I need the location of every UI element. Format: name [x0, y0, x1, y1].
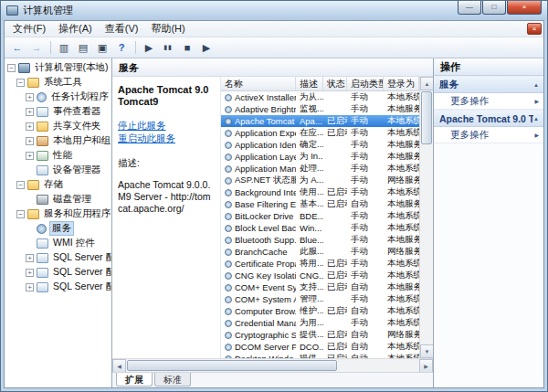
service-row[interactable]: Application Laye...为 In...手动本地服务 [221, 151, 419, 163]
service-row[interactable]: Apache Tomcat ...Apa...已启动手动本地系统 [221, 115, 419, 127]
service-row[interactable]: Block Level Back...Win...手动本地系统 [221, 222, 419, 234]
service-row[interactable]: BranchCache此服...手动网络服务 [221, 246, 419, 258]
console-close-button[interactable]: × [527, 23, 542, 35]
service-row[interactable]: BitLocker Drive ...BDE...手动本地系统 [221, 210, 419, 222]
service-row[interactable]: Certificate Propa...将用...已启动手动本地系统 [221, 258, 419, 270]
column-header-description[interactable]: 描述 [296, 77, 323, 90]
expander-plus-icon[interactable]: + [26, 254, 34, 262]
tree-item-disk-management[interactable]: 磁盘管理 [5, 192, 111, 207]
collapse-icon[interactable]: ▲ [533, 116, 539, 122]
service-row[interactable]: Base Filtering En...基本...已启动自动本地服务 [221, 198, 419, 210]
tree-item-sql-server-config-3[interactable]: +SQL Server 配置管理器 [5, 280, 111, 294]
tree-item-services-and-applications[interactable]: −服务和应用程序 [5, 207, 111, 221]
tab-standard[interactable]: 标准 [154, 373, 191, 387]
scroll-left-icon[interactable]: ◀ [112, 359, 126, 373]
service-row[interactable]: COM+ System A...管理...手动本地系统 [221, 293, 419, 305]
tree-item-performance[interactable]: +性能 [5, 148, 111, 163]
service-row[interactable]: Cryptographic S...提供...已启动自动网络服务 [221, 329, 419, 341]
service-row[interactable]: COM+ Event Sys...支持...已启动自动本地服务 [221, 281, 419, 293]
stop-service-link[interactable]: 停止此服务 [118, 119, 215, 132]
tree-item-services[interactable]: 服务 [5, 221, 111, 236]
menu-file[interactable]: 文件(F) [6, 20, 52, 37]
service-row[interactable]: Application Man...处理...手动本地系统 [221, 163, 419, 175]
column-header-status[interactable]: 状态 [323, 77, 347, 90]
tree-item-event-viewer[interactable]: +事件查看器 [5, 104, 111, 119]
service-row[interactable]: Credential Mana...为用...手动本地系统 [221, 317, 419, 329]
scroll-down-icon[interactable]: ▼ [420, 344, 433, 358]
pause-service-icon[interactable]: ▮▮ [159, 39, 177, 56]
scroll-right-icon[interactable]: ▶ [419, 359, 433, 373]
tree-item-shared-folders[interactable]: +共享文件夹 [5, 119, 111, 133]
tab-extended[interactable]: 扩展 [116, 373, 153, 387]
actions-section-services[interactable]: 服务 ▲ [434, 76, 543, 93]
column-header-name[interactable]: 名称 [221, 77, 296, 90]
expander-minus-icon[interactable]: − [16, 210, 25, 218]
service-description-cell: 使用... [296, 186, 323, 198]
expander-plus-icon[interactable]: + [26, 152, 34, 160]
back-arrow-icon[interactable]: ← [8, 39, 26, 56]
expander-minus-icon[interactable]: − [16, 181, 25, 189]
expander-plus-icon[interactable]: + [26, 108, 34, 116]
scroll-up-icon[interactable]: ▲ [420, 77, 433, 90]
service-status-cell [323, 91, 347, 103]
expander-plus-icon[interactable]: + [26, 93, 34, 101]
menu-help[interactable]: 帮助(H) [144, 20, 191, 37]
title-bar[interactable]: 计算机管理 — □ × [1, 1, 547, 20]
expander-plus-icon[interactable]: + [26, 269, 34, 277]
horizontal-scrollbar[interactable]: ◀ ▶ [112, 358, 433, 372]
tree-item-storage[interactable]: −存储 [5, 177, 111, 192]
service-row[interactable]: ASP.NET 状态服务为 A...手动网络服务 [221, 175, 419, 186]
tree-item-task-scheduler[interactable]: +任务计划程序 [5, 90, 111, 104]
menu-view[interactable]: 查看(V) [99, 20, 145, 37]
service-name-cell: CNG Key Isolation [221, 270, 296, 281]
maximize-button[interactable]: □ [482, 1, 506, 15]
forward-arrow-icon[interactable]: → [27, 39, 46, 56]
service-row[interactable]: Computer Brow...维护...已启动自动本地系统 [221, 305, 419, 317]
service-row[interactable]: ActiveX Installer ...为从...手动本地系统 [221, 91, 419, 103]
export-list-icon[interactable]: ▤ [74, 39, 92, 56]
tree-item-sql-server-config-1[interactable]: +SQL Server 配置管理器 [5, 250, 111, 265]
service-row[interactable]: Adaptive Brightn...监视...手动本地服务 [221, 103, 419, 115]
help-icon[interactable]: ? [112, 39, 131, 56]
expander-minus-icon[interactable]: − [7, 64, 16, 72]
service-row[interactable]: CNG Key IsolationCNG...已启动手动本地系统 [221, 270, 419, 281]
tree-item-wmi-control[interactable]: WMI 控件 [5, 236, 111, 250]
vertical-scroll-thumb[interactable] [421, 91, 432, 144]
more-actions-apache-tomcat[interactable]: 更多操作 ▶ [434, 127, 543, 143]
service-row[interactable]: Bluetooth Supp...Blue...手动本地服务 [221, 234, 419, 246]
properties-window-icon[interactable]: ▣ [93, 39, 111, 56]
tree-item-sql-server-config-2[interactable]: +SQL Server 配置管理器 [5, 265, 111, 280]
actions-section-apache-tomcat[interactable]: Apache Tomcat 9.0 Tomc... ▲ [434, 110, 543, 127]
column-header-startup-type[interactable]: 启动类型 [347, 77, 384, 90]
restart-service-link[interactable]: 重启动此服务 [118, 132, 215, 144]
tree-item-computer-management-local[interactable]: −计算机管理(本地) [5, 60, 111, 75]
collapse-icon[interactable]: ▲ [533, 82, 539, 88]
show-console-tree-icon[interactable]: ▥ [55, 39, 73, 56]
close-button[interactable]: × [507, 1, 542, 15]
start-service-icon[interactable]: ▶ [140, 39, 158, 56]
service-row[interactable]: Application Iden...确定...手动本地服务 [221, 139, 419, 151]
service-startup-type-cell: 手动 [347, 115, 384, 127]
vertical-scrollbar[interactable]: ▲ ▼ [419, 77, 433, 358]
more-actions-services[interactable]: 更多操作 ▶ [434, 93, 543, 110]
expander-minus-icon[interactable]: − [16, 79, 25, 87]
service-row[interactable]: Background Inte...使用...已启动手动本地系统 [221, 186, 419, 198]
service-description-cell: 支持... [296, 281, 323, 293]
service-row[interactable]: DCOM Server Pr...DCO...已启动自动本地系统 [221, 341, 419, 353]
tree-item-system-tools[interactable]: −系统工具 [5, 75, 111, 90]
horizontal-scroll-thumb[interactable] [127, 360, 337, 371]
expander-plus-icon[interactable]: + [26, 122, 34, 131]
restart-service-icon[interactable]: ▶ [197, 39, 216, 56]
tree-item-local-users-groups[interactable]: +本地用户和组 [5, 133, 111, 148]
service-name: Cryptographic S... [235, 330, 296, 340]
expander-plus-icon[interactable]: + [26, 283, 34, 291]
tree-item-device-manager[interactable]: 设备管理器 [5, 163, 111, 177]
stop-service-icon[interactable]: ■ [178, 39, 196, 56]
vertical-scroll-track[interactable] [420, 145, 433, 344]
expander-plus-icon[interactable]: + [26, 137, 34, 145]
horizontal-scroll-track[interactable] [338, 359, 419, 372]
service-row[interactable]: Application Expe...在应...已启动手动本地系统 [221, 127, 419, 139]
column-header-logon-as[interactable]: 登录为 [384, 77, 419, 90]
minimize-button[interactable]: — [458, 1, 481, 15]
menu-action[interactable]: 操作(A) [52, 20, 99, 37]
